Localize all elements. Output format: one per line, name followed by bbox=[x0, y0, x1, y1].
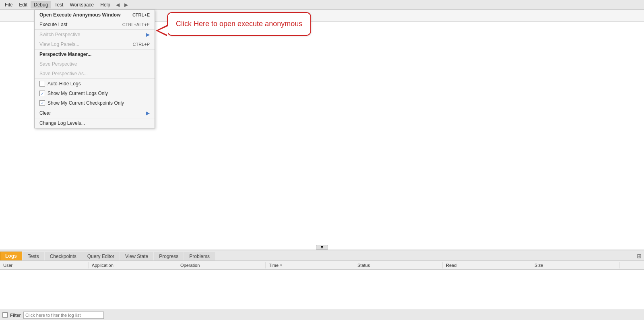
menu-item-clear-label: Clear bbox=[39, 110, 51, 116]
menu-item-change-log-levels-label: Change Log Levels... bbox=[39, 120, 85, 126]
menu-item-change-log-levels[interactable]: Change Log Levels... bbox=[35, 118, 155, 128]
menu-debug[interactable]: Debug bbox=[31, 1, 51, 8]
col-header-application[interactable]: Application bbox=[89, 262, 177, 268]
menu-item-clear[interactable]: Clear ▶ bbox=[35, 108, 155, 118]
menu-item-open-execute[interactable]: Open Execute Anonymous Window CTRL+E bbox=[35, 10, 155, 20]
filter-label: Filter bbox=[10, 313, 21, 318]
menu-item-save-perspective: Save Perspective bbox=[35, 59, 155, 69]
filter-bar: Filter bbox=[0, 310, 644, 320]
tab-view-state[interactable]: View State bbox=[120, 252, 153, 260]
tab-query-editor[interactable]: Query Editor bbox=[82, 252, 120, 260]
tab-progress[interactable]: Progress bbox=[154, 252, 184, 260]
table-body bbox=[0, 270, 644, 310]
col-header-operation[interactable]: Operation bbox=[177, 262, 266, 268]
menu-item-show-current-logs-label: Show My Current Logs Only bbox=[47, 91, 108, 96]
callout-box: Click Here to open execute anonymous bbox=[167, 12, 311, 36]
menu-edit[interactable]: Edit bbox=[16, 1, 31, 8]
bottom-panel: Logs Tests Checkpoints Query Editor View… bbox=[0, 250, 644, 320]
tabs-bar: Logs Tests Checkpoints Query Editor View… bbox=[0, 250, 644, 261]
menu-item-switch-perspective: Switch Perspective ▶ bbox=[35, 30, 155, 39]
submenu-arrow-clear: ▶ bbox=[146, 110, 150, 116]
menu-help[interactable]: Help bbox=[97, 1, 114, 8]
tab-tests[interactable]: Tests bbox=[23, 252, 44, 260]
col-header-user[interactable]: User bbox=[0, 262, 89, 268]
menu-item-view-log: View Log Panels... CTRL+P bbox=[35, 39, 155, 49]
menu-item-perspective-manager[interactable]: Perspective Manager... bbox=[35, 50, 155, 59]
col-header-size[interactable]: Size bbox=[531, 262, 620, 268]
col-header-time-label: Time bbox=[269, 263, 279, 268]
menu-item-switch-perspective-label: Switch Perspective bbox=[39, 32, 80, 37]
menu-item-execute-last[interactable]: Execute Last CTRL+ALT+E bbox=[35, 20, 155, 29]
collapse-icon: ▾ bbox=[321, 244, 323, 250]
show-current-logs-checkbox-icon: ✓ bbox=[39, 91, 45, 96]
menu-item-view-log-label: View Log Panels... bbox=[39, 41, 79, 47]
collapse-handle[interactable]: ▾ bbox=[316, 245, 328, 250]
filter-input[interactable] bbox=[23, 312, 104, 319]
menu-item-show-current-logs[interactable]: ✓ Show My Current Logs Only bbox=[35, 89, 155, 98]
menu-file[interactable]: File bbox=[2, 1, 16, 8]
time-sort-icon: ▾ bbox=[280, 263, 282, 267]
filter-checkbox[interactable] bbox=[2, 312, 8, 318]
tab-checkpoints[interactable]: Checkpoints bbox=[45, 252, 82, 260]
menu-item-execute-last-label: Execute Last bbox=[39, 22, 67, 27]
tab-logs[interactable]: Logs bbox=[0, 252, 22, 260]
menu-item-save-perspective-label: Save Perspective bbox=[39, 61, 77, 67]
nav-back-button[interactable]: ◀ bbox=[114, 1, 122, 8]
debug-dropdown-menu: Open Execute Anonymous Window CTRL+E Exe… bbox=[34, 10, 155, 128]
menu-workspace[interactable]: Workspace bbox=[66, 1, 97, 8]
menu-item-auto-hide[interactable]: Auto-Hide Logs bbox=[35, 79, 155, 89]
menu-item-perspective-manager-label: Perspective Manager... bbox=[39, 52, 91, 57]
col-header-status[interactable]: Status bbox=[354, 262, 443, 268]
menu-item-show-current-checkpoints-label: Show My Current Checkpoints Only bbox=[47, 100, 124, 106]
tab-expand-button[interactable]: ⊞ bbox=[634, 252, 644, 260]
submenu-arrow-switch-perspective: ▶ bbox=[146, 32, 150, 37]
nav-forward-button[interactable]: ▶ bbox=[122, 1, 130, 8]
menu-item-execute-last-shortcut: CTRL+ALT+E bbox=[122, 22, 150, 27]
col-header-read[interactable]: Read bbox=[443, 262, 531, 268]
table-header: User Application Operation Time ▾ Status… bbox=[0, 261, 644, 270]
menu-bar: File Edit Debug Test Workspace Help ◀ ▶ bbox=[0, 0, 644, 10]
show-current-checkpoints-checkbox-icon: ✓ bbox=[39, 100, 45, 106]
callout-text: Click Here to open execute anonymous bbox=[176, 20, 302, 28]
menu-item-auto-hide-label: Auto-Hide Logs bbox=[47, 81, 81, 87]
col-header-time[interactable]: Time ▾ bbox=[266, 262, 354, 268]
menu-item-save-perspective-as-label: Save Perspective As... bbox=[39, 71, 88, 76]
menu-item-open-execute-label: Open Execute Anonymous Window bbox=[39, 12, 120, 18]
menu-item-show-current-checkpoints[interactable]: ✓ Show My Current Checkpoints Only bbox=[35, 98, 155, 108]
menu-item-open-execute-shortcut: CTRL+E bbox=[132, 12, 150, 17]
auto-hide-checkbox-icon bbox=[39, 81, 45, 87]
menu-test[interactable]: Test bbox=[51, 1, 66, 8]
menu-item-view-log-shortcut: CTRL+P bbox=[133, 42, 150, 47]
menu-item-save-perspective-as: Save Perspective As... bbox=[35, 69, 155, 78]
tab-problems[interactable]: Problems bbox=[184, 252, 215, 260]
